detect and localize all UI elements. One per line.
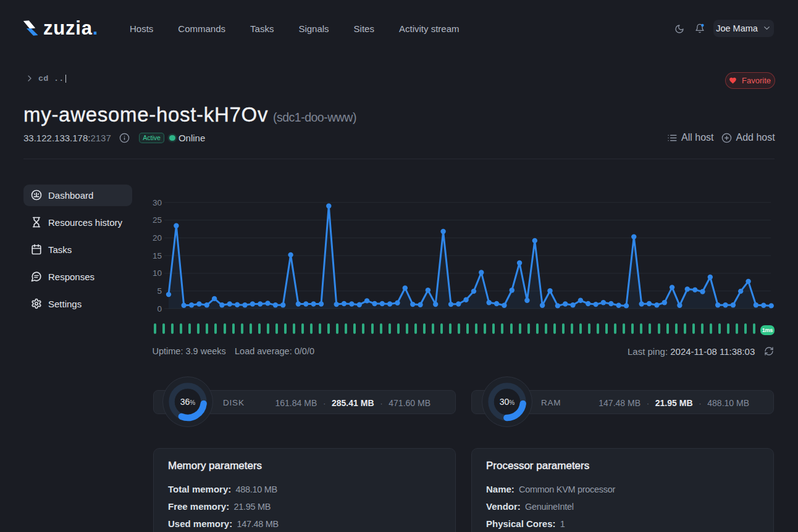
svg-text:30: 30 [153,198,162,207]
svg-text:25: 25 [153,215,162,225]
svg-text:20: 20 [153,233,162,243]
svg-text:5: 5 [157,286,162,296]
svg-text:0: 0 [157,304,162,314]
svg-text:15: 15 [153,251,162,260]
svg-text:10: 10 [153,268,162,278]
